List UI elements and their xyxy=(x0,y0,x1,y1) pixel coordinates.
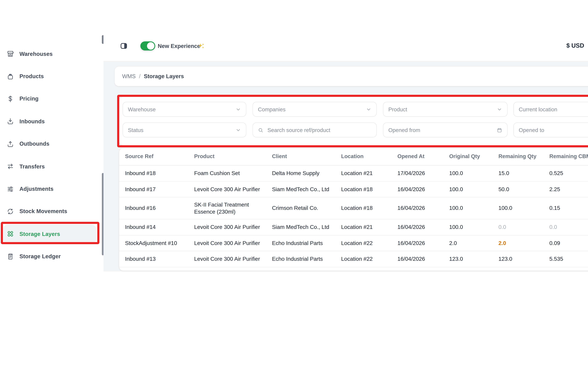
chevron-down-icon xyxy=(235,107,241,112)
sidebar-item-storage-ledger[interactable]: Storage Ledger xyxy=(0,245,104,268)
search-icon xyxy=(258,127,263,133)
warehouse-select-placeholder: Warehouse xyxy=(128,106,235,112)
sidebar-item-storage-layers[interactable]: Storage Layers xyxy=(3,225,96,243)
cell-location: Location #21 xyxy=(341,170,397,177)
opened-from-datepicker[interactable]: Opened from xyxy=(383,122,508,137)
warehouse-select[interactable]: Warehouse xyxy=(122,102,246,117)
cell-product: Levoit Core 300 Air Purifier xyxy=(194,186,272,193)
search-input[interactable] xyxy=(267,126,371,133)
sidebar-nav: Warehouses Products Pricing Inbounds xyxy=(0,43,104,268)
cell-client: Siam MedTech Co., Ltd xyxy=(272,224,341,231)
sidebar-item-inbounds[interactable]: Inbounds xyxy=(0,110,104,133)
product-select-placeholder: Product xyxy=(388,106,497,112)
sidebar-item-label: Warehouses xyxy=(19,51,53,57)
currency-selector[interactable]: $ USD xyxy=(566,42,584,49)
cell-original-qty: 123.0 xyxy=(449,255,498,262)
cell-remaining-cbm: 0.525 xyxy=(549,170,588,177)
sidebar-item-label: Inbounds xyxy=(19,118,45,125)
companies-select[interactable]: Companies xyxy=(253,102,377,117)
status-select-placeholder: Status xyxy=(128,127,235,133)
sidebar-item-label: Outbounds xyxy=(19,141,50,147)
breadcrumb-separator: / xyxy=(139,73,141,79)
sidebar-item-transfers[interactable]: Transfers xyxy=(0,155,104,178)
cell-remaining-qty: 123.0 xyxy=(498,255,549,262)
breadcrumb: WMS / Storage Layers xyxy=(115,66,588,86)
cell-location: Location #22 xyxy=(341,239,397,247)
cell-remaining-qty: 15.0 xyxy=(498,170,549,177)
swap-arrows-icon xyxy=(7,163,14,170)
cell-source-ref: Inbound #18 xyxy=(125,170,194,177)
sidebar: Warehouses Products Pricing Inbounds xyxy=(0,0,104,365)
cell-source-ref: StockAdjustment #10 xyxy=(125,239,194,247)
sidebar-item-pricing[interactable]: Pricing xyxy=(0,88,104,110)
chevron-down-icon xyxy=(366,107,371,112)
cell-original-qty: 100.0 xyxy=(449,186,498,193)
cell-location: Location #18 xyxy=(341,204,397,212)
upload-tray-icon xyxy=(7,140,14,148)
current-location-select[interactable]: Current location xyxy=(513,102,588,117)
cell-source-ref: Inbound #16 xyxy=(125,204,194,212)
sidebar-item-adjustments[interactable]: Adjustments xyxy=(0,178,104,200)
new-experience-label: New Experience xyxy=(158,43,200,49)
sidebar-item-warehouses[interactable]: Warehouses xyxy=(0,43,104,65)
sidebar-item-stock-movements[interactable]: Stock Movements xyxy=(0,200,104,223)
column-header: Original Qty xyxy=(449,153,498,160)
table-row[interactable]: Inbound #14 Levoit Core 300 Air Purifier… xyxy=(119,219,588,235)
table-row[interactable]: Inbound #13 Levoit Core 300 Air Purifier… xyxy=(119,251,588,267)
column-header: Remaining CBM xyxy=(549,153,588,160)
dollar-icon xyxy=(7,95,14,103)
sidebar-item-products[interactable]: Products xyxy=(0,65,104,88)
table-row[interactable]: Inbound #17 Levoit Core 300 Air Purifier… xyxy=(119,182,588,197)
column-header: Client xyxy=(272,153,341,160)
ledger-icon xyxy=(7,253,14,260)
chevron-down-icon xyxy=(235,127,241,133)
cell-client: Siam MedTech Co., Ltd xyxy=(272,186,341,193)
cell-opened-at: 16/04/2026 xyxy=(397,255,449,262)
cell-product: Levoit Core 300 Air Purifier xyxy=(194,224,272,231)
companies-select-placeholder: Companies xyxy=(258,106,366,112)
cell-original-qty: 2.0 xyxy=(449,239,498,247)
cell-source-ref: Inbound #17 xyxy=(125,186,194,193)
status-select[interactable]: Status xyxy=(122,122,246,137)
package-icon xyxy=(7,73,14,80)
refresh-icon xyxy=(7,208,14,215)
new-experience-toggle[interactable] xyxy=(140,41,155,50)
cell-product: Levoit Core 300 Air Purifier xyxy=(194,255,272,262)
calendar-icon xyxy=(497,127,502,133)
cell-location: Location #21 xyxy=(341,224,397,231)
cell-remaining-cbm: 0.15 xyxy=(549,204,588,212)
search-input-wrap xyxy=(253,122,377,137)
cell-remaining-cbm: 2.25 xyxy=(549,186,588,193)
cell-location: Location #18 xyxy=(341,186,397,193)
cell-opened-at: 17/04/2026 xyxy=(397,170,449,177)
table-row[interactable]: Inbound #18 Foam Cushion Set Delta Home … xyxy=(119,166,588,182)
cell-opened-at: 16/04/2026 xyxy=(397,204,449,212)
sidebar-item-outbounds[interactable]: Outbounds xyxy=(0,133,104,155)
page-title: Storage Layers xyxy=(144,73,184,79)
sidebar-collapse-icon[interactable] xyxy=(120,42,128,49)
sidebar-item-label: Storage Ledger xyxy=(19,253,61,260)
breadcrumb-root-link[interactable]: WMS xyxy=(122,73,136,79)
sliders-icon xyxy=(7,185,14,193)
cell-original-qty: 100.0 xyxy=(449,204,498,212)
cell-product: Levoit Core 300 Air Purifier xyxy=(194,239,272,247)
download-tray-icon xyxy=(7,118,14,125)
chevron-down-icon xyxy=(497,107,502,112)
product-select[interactable]: Product xyxy=(383,102,508,117)
opened-to-datepicker[interactable]: Opened to xyxy=(513,122,588,137)
column-header: Location xyxy=(341,153,397,160)
cell-remaining-qty: 0.0 xyxy=(498,224,549,231)
cell-client: Delta Home Supply xyxy=(272,170,341,177)
cell-opened-at: 16/04/2026 xyxy=(397,186,449,193)
cell-original-qty: 100.0 xyxy=(449,170,498,177)
table-row[interactable]: StockAdjustment #10 Levoit Core 300 Air … xyxy=(119,235,588,251)
cell-opened-at: 16/04/2026 xyxy=(397,239,449,247)
topbar: New Experience $ USD SA xyxy=(104,0,588,61)
table-row[interactable]: Inbound #16 SK-II Facial Treatment Essen… xyxy=(119,197,588,219)
app-window: Warehouses Products Pricing Inbounds xyxy=(0,0,588,365)
cell-remaining-qty: 2.0 xyxy=(498,239,549,247)
sidebar-item-label: Stock Movements xyxy=(19,208,67,215)
cell-original-qty: 100.0 xyxy=(449,224,498,231)
sidebar-item-label: Products xyxy=(19,73,44,79)
cell-product: SK-II Facial Treatment Essence (230ml) xyxy=(194,201,272,215)
